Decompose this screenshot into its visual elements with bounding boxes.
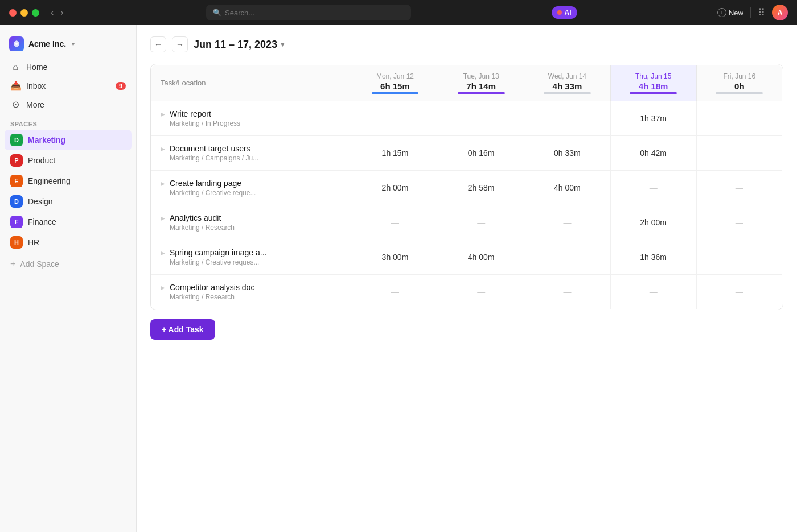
task-name: Spring campaign image a... [170, 248, 266, 257]
mon-day-header: Mon, Jun 12 6h 15m [361, 72, 429, 94]
workspace-header[interactable]: Acme Inc. ▾ [0, 32, 136, 58]
time-dash: — [736, 183, 743, 192]
add-space-button[interactable]: + Add Space [0, 255, 136, 273]
time-cell-thu[interactable]: 2h 00m [610, 205, 696, 240]
time-cell-wed[interactable]: — [524, 240, 610, 275]
time-cell-mon[interactable]: — [352, 101, 438, 136]
date-range-label: Jun 11 – 17, 2023 [194, 39, 277, 51]
workspace-name: Acme Inc. [28, 39, 66, 48]
time-dash: — [477, 287, 485, 296]
plus-circle-icon: + [717, 8, 726, 17]
fri-day-name: Fri, Jun 16 [706, 72, 773, 80]
add-task-button[interactable]: + Add Task [150, 319, 215, 340]
maximize-btn[interactable] [32, 9, 39, 17]
space-label-product: Product [28, 156, 55, 165]
time-cell-tue[interactable]: — [438, 275, 524, 310]
space-dot-finance: F [10, 216, 23, 228]
nav-forward-button[interactable]: › [58, 6, 65, 19]
time-cell-tue[interactable]: 4h 00m [438, 240, 524, 275]
space-item-engineering[interactable]: E Engineering [5, 171, 132, 191]
window-controls [9, 9, 39, 17]
time-cell-fri[interactable]: — [696, 275, 782, 310]
ai-dot-icon [557, 10, 562, 15]
task-rows: ▶ Write report Marketing / In Progress —… [151, 101, 783, 310]
avatar[interactable]: A [772, 5, 788, 20]
time-dash: — [391, 287, 399, 296]
expand-arrow-icon[interactable]: ▶ [161, 109, 165, 117]
sidebar-item-more[interactable]: ⊙ More [5, 95, 132, 114]
time-cell-fri[interactable]: — [696, 205, 782, 240]
time-dash: — [736, 253, 743, 262]
date-range[interactable]: Jun 11 – 17, 2023 ▾ [194, 39, 284, 51]
tue-day-total: 7h 14m [447, 81, 515, 91]
expand-arrow-icon[interactable]: ▶ [161, 144, 165, 152]
time-cell-wed[interactable]: 4h 00m [524, 171, 610, 205]
time-cell-thu[interactable]: — [610, 171, 696, 205]
tue-day-bar [458, 92, 505, 94]
space-item-design[interactable]: D Design [5, 191, 132, 212]
thu-day-name: Thu, Jun 15 [620, 72, 687, 80]
time-cell-tue[interactable]: — [438, 101, 524, 136]
sidebar-item-inbox[interactable]: 📥 Inbox 9 [5, 76, 132, 95]
time-dash: — [477, 114, 485, 123]
time-cell-wed[interactable]: — [524, 101, 610, 136]
time-cell-wed[interactable]: 0h 33m [524, 136, 610, 171]
time-cell-mon[interactable]: — [352, 205, 438, 240]
time-cell-mon[interactable]: — [352, 275, 438, 310]
nav-back-button[interactable]: ‹ [48, 6, 56, 19]
task-location: Marketing / Research [170, 224, 235, 232]
search-input[interactable] [225, 9, 404, 17]
home-icon: ⌂ [10, 62, 20, 72]
space-item-marketing[interactable]: D Marketing [5, 130, 132, 150]
expand-arrow-icon[interactable]: ▶ [161, 179, 165, 187]
grid-icon[interactable]: ⠿ [758, 6, 765, 19]
ai-button[interactable]: AI [552, 6, 577, 19]
next-week-button[interactable]: → [172, 36, 188, 52]
prev-week-button[interactable]: ← [150, 36, 166, 52]
task-name: Competitor analysis doc [170, 283, 254, 292]
fri-day-total: 0h [706, 81, 773, 91]
time-cell-fri[interactable]: — [696, 101, 782, 136]
new-button[interactable]: + New [717, 8, 743, 17]
time-cell-mon[interactable]: 1h 15m [352, 136, 438, 171]
search-bar[interactable]: 🔍 [206, 5, 411, 20]
wed-day-bar [544, 92, 591, 94]
time-cell-thu[interactable]: 0h 42m [610, 136, 696, 171]
space-item-hr[interactable]: H HR [5, 232, 132, 253]
time-dash: — [736, 218, 743, 227]
time-value: 1h 37m [640, 114, 667, 123]
time-cell-thu[interactable]: 1h 36m [610, 240, 696, 275]
time-cell-wed[interactable]: — [524, 205, 610, 240]
time-dash: — [563, 287, 571, 296]
time-value: 2h 00m [382, 183, 409, 192]
table-row: ▶ Competitor analysis doc Marketing / Re… [151, 275, 783, 310]
expand-arrow-icon[interactable]: ▶ [161, 283, 165, 291]
col-tue-header: Tue, Jun 13 7h 14m [438, 65, 524, 101]
time-cell-wed[interactable]: — [524, 275, 610, 310]
time-cell-fri[interactable]: — [696, 136, 782, 171]
time-cell-thu[interactable]: 1h 37m [610, 101, 696, 136]
time-cell-mon[interactable]: 2h 00m [352, 171, 438, 205]
expand-arrow-icon[interactable]: ▶ [161, 213, 165, 221]
time-cell-tue[interactable]: 0h 16m [438, 136, 524, 171]
time-cell-fri[interactable]: — [696, 171, 782, 205]
thu-day-total: 4h 18m [620, 81, 687, 91]
time-cell-thu[interactable]: — [610, 275, 696, 310]
space-item-finance[interactable]: F Finance [5, 212, 132, 232]
time-cell-tue[interactable]: — [438, 205, 524, 240]
time-value: 3h 00m [382, 253, 409, 262]
expand-arrow-icon[interactable]: ▶ [161, 248, 165, 256]
spaces-section-title: Spaces [0, 114, 136, 130]
time-cell-fri[interactable]: — [696, 240, 782, 275]
sidebar-item-home[interactable]: ⌂ Home [5, 58, 132, 76]
content-area: ← → Jun 11 – 17, 2023 ▾ Task/Location [137, 25, 797, 532]
time-dash: — [391, 218, 399, 227]
time-cell-mon[interactable]: 3h 00m [352, 240, 438, 275]
nav-arrows: ‹ › [48, 6, 66, 19]
minimize-btn[interactable] [20, 9, 28, 17]
time-cell-tue[interactable]: 2h 58m [438, 171, 524, 205]
task-cell: ▶ Document target users Marketing / Camp… [161, 144, 343, 162]
space-item-product[interactable]: P Product [5, 150, 132, 171]
close-btn[interactable] [9, 9, 17, 17]
task-cell: ▶ Analytics audit Marketing / Research [161, 213, 343, 232]
